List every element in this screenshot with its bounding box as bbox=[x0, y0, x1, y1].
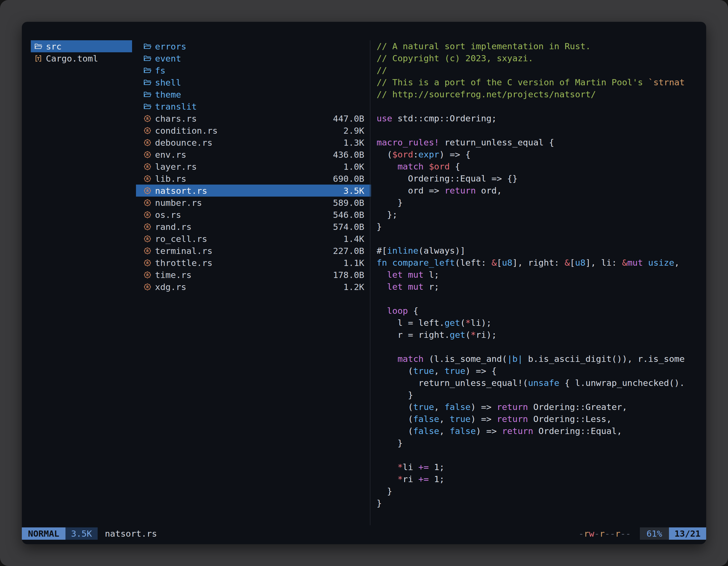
code-token: & bbox=[492, 258, 497, 268]
rust-icon: R bbox=[143, 198, 152, 208]
code-token: ri bbox=[403, 474, 418, 484]
code-token: li); bbox=[471, 318, 492, 328]
rust-icon: R bbox=[143, 150, 152, 160]
code-line: ($ord:expr) => { bbox=[377, 149, 702, 161]
permission-char: - bbox=[579, 529, 584, 539]
code-line: return_unless_equal!(unsafe { l.unwrap_u… bbox=[377, 377, 702, 389]
preview-pane: // A natural sort implementation in Rust… bbox=[377, 40, 702, 511]
dir-row[interactable]: event bbox=[136, 52, 371, 64]
svg-text:R: R bbox=[146, 152, 149, 157]
code-token: ( bbox=[377, 149, 392, 159]
file-row[interactable]: Cargo.toml bbox=[31, 52, 132, 64]
mode-indicator: NORMAL bbox=[22, 527, 65, 540]
code-token: * bbox=[465, 318, 471, 328]
code-token: ], li: bbox=[586, 258, 622, 268]
code-line: } bbox=[377, 197, 702, 209]
dir-row[interactable]: errors bbox=[136, 40, 371, 52]
code-token: Ordering::Equal => {} bbox=[377, 173, 518, 184]
dir-row[interactable]: shell bbox=[136, 76, 371, 88]
folder-icon bbox=[143, 53, 152, 64]
code-token: , bbox=[434, 402, 444, 412]
code-line: (false, false) => return Ordering::Equal… bbox=[377, 425, 702, 437]
code-token: } bbox=[377, 222, 382, 232]
code-token: += bbox=[418, 462, 429, 472]
code-line: #[inline(always)] bbox=[377, 245, 702, 257]
code-token: ri); bbox=[476, 330, 497, 340]
code-token: true bbox=[413, 366, 434, 376]
code-token: [ bbox=[570, 258, 575, 268]
code-token: b.is_ascii_digit()), r.is_some bbox=[523, 354, 685, 364]
code-token: #[ bbox=[377, 246, 387, 256]
code-token: use bbox=[377, 113, 392, 123]
code-line: fn compare_left(left: &[u8], right: &[u8… bbox=[377, 257, 702, 269]
code-token bbox=[377, 161, 398, 172]
rust-icon: R bbox=[143, 186, 152, 196]
folder-icon bbox=[143, 41, 152, 51]
status-filename: natsort.rs bbox=[105, 529, 157, 539]
parent-pane: srcCargo.toml bbox=[31, 40, 132, 64]
code-line: } bbox=[377, 389, 702, 401]
code-line: // This is a port of the C version of Ma… bbox=[377, 76, 702, 88]
code-line: let mut r; bbox=[377, 281, 702, 293]
code-token: ord, bbox=[476, 186, 502, 196]
rust-icon: R bbox=[143, 222, 152, 232]
code-token: std::cmp::Ordering; bbox=[392, 113, 497, 123]
code-token: ( bbox=[377, 414, 413, 424]
current-pane: errorseventfsshellthemetranslitRchars.rs… bbox=[136, 40, 371, 293]
file-row[interactable]: Ros.rs546.0B bbox=[136, 209, 371, 221]
item-label: rand.rs bbox=[155, 222, 192, 232]
code-token: match bbox=[398, 161, 424, 172]
code-token: |b| bbox=[507, 354, 523, 364]
code-line: // A natural sort implementation in Rust… bbox=[377, 40, 702, 52]
folder-icon bbox=[143, 65, 152, 76]
file-row[interactable]: Rrand.rs574.0B bbox=[136, 221, 371, 233]
code-line: macro_rules! return_unless_equal { bbox=[377, 137, 702, 149]
file-row[interactable]: Rro_cell.rs1.4K bbox=[136, 233, 371, 245]
code-line: // bbox=[377, 64, 702, 76]
file-row[interactable]: Rlib.rs690.0B bbox=[136, 173, 371, 185]
file-row[interactable]: Rnumber.rs589.0B bbox=[136, 197, 371, 209]
code-token: false bbox=[413, 414, 439, 424]
code-line: use std::cmp::Ordering; bbox=[377, 112, 702, 125]
code-token: ) => bbox=[471, 414, 497, 424]
code-token: true bbox=[413, 402, 434, 412]
file-row[interactable]: Rterminal.rs227.0B bbox=[136, 245, 371, 257]
file-row[interactable]: Renv.rs436.0B bbox=[136, 149, 371, 161]
item-size: 1.3K bbox=[343, 138, 364, 148]
item-size: 690.0B bbox=[333, 174, 364, 184]
code-token bbox=[377, 474, 398, 484]
code-token: } bbox=[377, 390, 413, 400]
file-row[interactable]: Rxdg.rs1.2K bbox=[136, 281, 371, 293]
code-token: Ordering::Greater, bbox=[528, 402, 627, 412]
dir-row[interactable]: theme bbox=[136, 88, 371, 100]
file-row[interactable]: Rchars.rs447.0B bbox=[136, 112, 371, 125]
code-token bbox=[377, 462, 398, 472]
item-size: 227.0B bbox=[333, 246, 364, 256]
file-row[interactable]: Rthrottle.rs1.1K bbox=[136, 257, 371, 269]
file-row[interactable]: Rcondition.rs2.9K bbox=[136, 125, 371, 137]
item-label: fs bbox=[155, 65, 165, 76]
file-row[interactable]: Rnatsort.rs3.5K bbox=[136, 185, 371, 197]
dir-row[interactable]: src bbox=[31, 40, 132, 52]
code-token: ) => { bbox=[439, 149, 471, 159]
code-line: (false, true) => return Ordering::Less, bbox=[377, 413, 702, 425]
dir-row[interactable]: translit bbox=[136, 100, 371, 112]
rust-icon: R bbox=[143, 114, 152, 124]
code-line: r = right.get(*ri); bbox=[377, 329, 702, 341]
file-row[interactable]: Rlayer.rs1.0K bbox=[136, 161, 371, 173]
file-row[interactable]: Rdebounce.rs1.3K bbox=[136, 137, 371, 149]
dir-row[interactable]: fs bbox=[136, 64, 371, 76]
code-token: Ordering::Less, bbox=[528, 414, 612, 424]
code-token: ) => { bbox=[465, 366, 497, 376]
rust-icon: R bbox=[143, 162, 152, 172]
code-token: u8 bbox=[575, 258, 585, 268]
code-token: return_unless_equal!( bbox=[377, 378, 528, 388]
code-line: match $ord { bbox=[377, 161, 702, 173]
code-token: return_unless_equal { bbox=[439, 137, 554, 147]
permission-char: -- bbox=[620, 529, 631, 539]
code-token: // This is a port of the C version of Ma… bbox=[377, 77, 648, 87]
code-token: $ord bbox=[392, 149, 413, 159]
code-token: unsafe bbox=[528, 378, 559, 388]
file-row[interactable]: Rtime.rs178.0B bbox=[136, 269, 371, 281]
code-token: inline bbox=[387, 246, 418, 256]
